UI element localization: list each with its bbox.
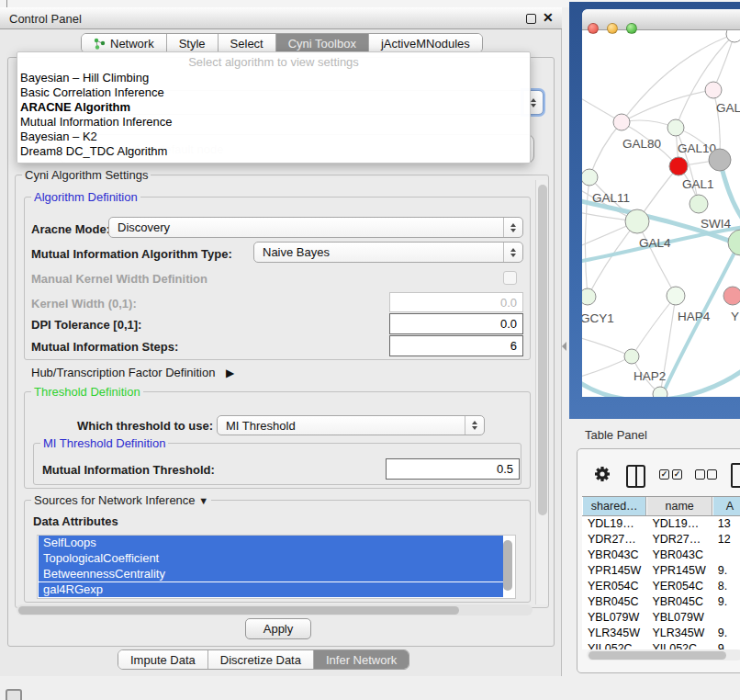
- settings-horizontal-scrollbar[interactable]: [17, 604, 533, 615]
- split-columns-icon[interactable]: [626, 465, 645, 488]
- algorithm-option-bayesian-hill-climbing[interactable]: Bayesian – Hill Climbing: [17, 71, 530, 85]
- tab-label: Select: [230, 37, 263, 51]
- table-cell: 9: [712, 641, 740, 649]
- network-node-gal[interactable]: [705, 82, 722, 98]
- select-all-checkbox-icon[interactable]: ✓: [659, 469, 669, 480]
- network-node-swi4[interactable]: [690, 195, 708, 213]
- scrollbar-thumb[interactable]: [18, 606, 459, 615]
- tab-infer-network[interactable]: Infer Network: [314, 650, 409, 669]
- combobox-arrows-icon[interactable]: [503, 218, 522, 237]
- network-node-gal10[interactable]: [667, 119, 684, 136]
- network-node[interactable]: [653, 387, 667, 397]
- splitter-handle-icon[interactable]: [562, 342, 566, 351]
- apply-button[interactable]: Apply: [245, 618, 311, 639]
- tab-jactivemnodules[interactable]: jActiveMNodules: [369, 34, 482, 52]
- table-row[interactable]: YBR043CYBR043C: [582, 548, 740, 563]
- data-attribute-item-selfloops[interactable]: SelfLoops: [39, 536, 503, 551]
- tab-label: Style: [179, 37, 206, 51]
- network-node-gal11[interactable]: [582, 169, 598, 186]
- network-node-label: GCY1: [582, 311, 614, 325]
- tab-select[interactable]: Select: [219, 34, 276, 52]
- top-strip-divider: [6, 0, 7, 7]
- column-header-shared[interactable]: shared…: [582, 497, 646, 515]
- tab-impute-data[interactable]: Impute Data: [118, 650, 208, 669]
- table-row[interactable]: YBL079WYBL079W: [582, 610, 740, 626]
- network-icon: [94, 38, 106, 50]
- which-threshold-combobox[interactable]: MI Threshold: [217, 415, 485, 435]
- tab-discretize-data[interactable]: Discretize Data: [208, 650, 314, 669]
- column-header-a[interactable]: A: [712, 497, 740, 515]
- expander-collapsed-icon[interactable]: ▶: [226, 367, 234, 379]
- aracne-mode-combobox[interactable]: Discovery: [108, 217, 523, 238]
- algorithm-option-dream8-dc-tdc-algorithm[interactable]: Dream8 DC_TDC Algorithm: [17, 144, 530, 159]
- gear-icon[interactable]: [593, 465, 611, 483]
- list-scrollbar-thumb[interactable]: [503, 540, 512, 591]
- table-cell: YBR045C: [582, 594, 646, 610]
- algorithm-dropdown-popup: Select algorithm to view settings Bayesi…: [17, 51, 531, 164]
- kernel-width-field[interactable]: 0.0: [389, 292, 523, 312]
- select-all-checkbox-icon[interactable]: ✓: [672, 469, 682, 480]
- deselect-checkbox-icon[interactable]: [695, 469, 705, 480]
- table-cell: YBR043C: [582, 548, 646, 563]
- dpi-tolerance-field[interactable]: 0.0: [389, 313, 523, 334]
- docked-window-icon[interactable]: [6, 689, 22, 700]
- table-row[interactable]: YPR145WYPR145W9.: [582, 563, 740, 579]
- settings-vertical-scrollbar[interactable]: [535, 180, 548, 604]
- table-cell: YDR27…: [646, 532, 712, 548]
- table-row[interactable]: YDR27…YDR27…12: [582, 532, 740, 548]
- data-attributes-list[interactable]: SelfLoopsTopologicalCoefficientBetweenne…: [37, 535, 516, 599]
- tab-network[interactable]: Network: [82, 34, 167, 52]
- mi-algorithm-type-value: Naive Bayes: [254, 245, 503, 259]
- table-row[interactable]: YDL19…YDL19…13: [582, 516, 740, 532]
- data-attribute-item-betweennesscentrality[interactable]: BetweennessCentrality: [39, 567, 503, 582]
- screen: Control Panel ✕ NetworkStyleSelectCyni T…: [0, 0, 740, 700]
- table-row[interactable]: YLR345WYLR345W9.: [582, 626, 740, 641]
- mi-algorithm-type-label: Mutual Information Algorithm Type:: [31, 247, 232, 261]
- network-node[interactable]: [728, 230, 740, 255]
- manual-kernel-width-checkbox[interactable]: [503, 271, 517, 285]
- network-node-label: GAL1: [682, 177, 714, 191]
- scrollbar-thumb[interactable]: [538, 185, 547, 515]
- deselect-checkbox-icon[interactable]: [707, 469, 717, 480]
- table-cell: YBR043C: [646, 548, 712, 563]
- algorithm-option-aracne-algorithm[interactable]: ARACNE Algorithm: [17, 100, 530, 115]
- algorithm-option-bayesian-k2[interactable]: Bayesian – K2: [17, 130, 530, 144]
- network-node-gcy1[interactable]: [582, 288, 596, 305]
- close-icon[interactable]: ✕: [543, 10, 554, 25]
- mi-threshold-field[interactable]: 0.5: [386, 458, 520, 480]
- network-node[interactable]: [709, 149, 731, 171]
- mi-steps-field[interactable]: 6: [389, 335, 523, 356]
- algorithm-option-basic-correlation-inference[interactable]: Basic Correlation Inference: [17, 85, 530, 100]
- column-header-name[interactable]: name: [646, 497, 712, 515]
- network-node-label: GAL10: [678, 141, 716, 155]
- tab-cyni-toolbox[interactable]: Cyni Toolbox: [276, 34, 369, 52]
- tab-style[interactable]: Style: [167, 34, 219, 52]
- network-node-gal1[interactable]: [669, 157, 688, 175]
- network-node-gal4[interactable]: [625, 209, 649, 233]
- table-row[interactable]: YIL052CYIL052C9: [582, 641, 740, 649]
- network-node-hap4[interactable]: [667, 287, 685, 305]
- network-node-gal80[interactable]: [613, 114, 630, 130]
- data-attribute-item-topologicalcoefficient[interactable]: TopologicalCoefficient: [39, 551, 503, 567]
- mi-algorithm-type-combobox[interactable]: Naive Bayes: [253, 242, 523, 263]
- combobox-arrows-icon[interactable]: [465, 416, 484, 435]
- network-node-y[interactable]: [723, 287, 740, 305]
- network-graph-canvas[interactable]: GALGAL80GAL10GAL1GAL11SWI4GAL4HAP4YGCY1H…: [582, 30, 740, 397]
- expander-expanded-icon[interactable]: ▼: [198, 495, 208, 506]
- table-row[interactable]: YBR045CYBR045C9.: [582, 594, 740, 610]
- scrollbar-thumb[interactable]: [589, 651, 726, 660]
- document-icon[interactable]: [731, 463, 740, 488]
- algorithm-option-mutual-information-inference[interactable]: Mutual Information Inference: [17, 115, 530, 130]
- network-node-hap2[interactable]: [624, 349, 639, 364]
- table-cell: 13: [712, 516, 740, 532]
- table-horizontal-scrollbar[interactable]: [587, 649, 740, 660]
- network-window-titlebar[interactable]: [582, 9, 740, 30]
- hub-transcription-factor-expander[interactable]: Hub/Transcription Factor Definition ▶: [31, 366, 234, 379]
- table-row[interactable]: YER054CYER054C8.: [582, 579, 740, 594]
- table-cell: 9.: [712, 594, 740, 610]
- network-edge: [589, 122, 622, 177]
- data-attribute-item-gal4rgexp[interactable]: gal4RGexp: [39, 582, 503, 598]
- float-window-icon[interactable]: [526, 14, 536, 24]
- threshold-definition-title: Threshold Definition: [31, 385, 143, 399]
- combobox-arrows-icon[interactable]: [503, 243, 522, 262]
